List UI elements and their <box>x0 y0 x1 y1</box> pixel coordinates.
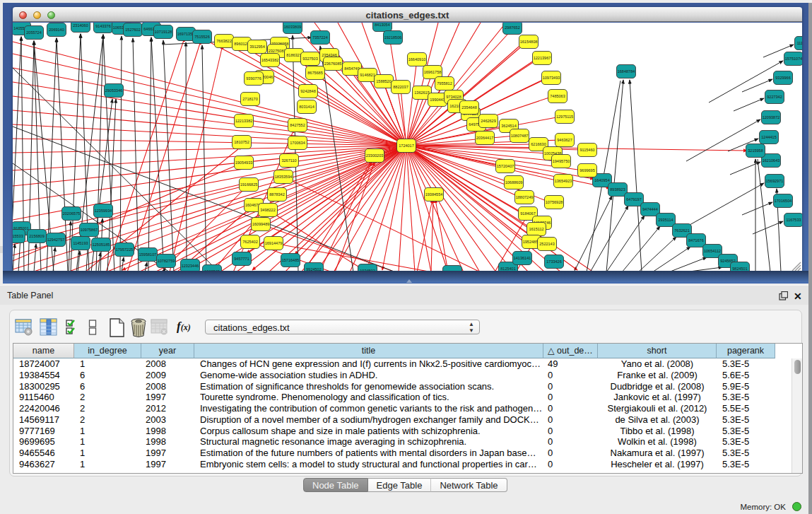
svg-text:7515526: 7515526 <box>194 35 209 39</box>
svg-text:8938923: 8938923 <box>610 187 625 192</box>
svg-text:2069140: 2069140 <box>49 28 64 32</box>
svg-text:10719128: 10719128 <box>155 30 172 34</box>
svg-text:8186323: 8186323 <box>286 53 301 57</box>
svg-text:19166825: 19166825 <box>240 182 258 187</box>
svg-text:7663822: 7663822 <box>216 39 231 43</box>
svg-text:17016504: 17016504 <box>775 199 792 203</box>
svg-text:9242848: 9242848 <box>300 89 315 93</box>
svg-text:1640954: 1640954 <box>594 178 609 182</box>
svg-text:9146821: 9146821 <box>360 73 375 77</box>
svg-text:8454749: 8454749 <box>344 66 359 71</box>
svg-text:10807487: 10807487 <box>511 134 529 138</box>
svg-text:1167533: 1167533 <box>786 218 801 222</box>
svg-text:1362615: 1362615 <box>414 90 429 95</box>
svg-text:8031414: 8031414 <box>299 105 314 109</box>
svg-text:2314060: 2314060 <box>73 23 88 28</box>
svg-text:19054933: 19054933 <box>235 160 253 165</box>
svg-text:1990443: 1990443 <box>430 98 445 102</box>
svg-text:1724017: 1724017 <box>399 144 413 148</box>
svg-text:16914479: 16914479 <box>265 241 283 245</box>
svg-text:8960124: 8960124 <box>234 42 249 46</box>
svg-text:2462629: 2462629 <box>481 119 495 123</box>
svg-text:12359934: 12359934 <box>95 209 112 213</box>
svg-text:2055724: 2055724 <box>26 30 41 35</box>
svg-text:16099489: 16099489 <box>252 222 270 226</box>
svg-text:16961758: 16961758 <box>424 70 442 74</box>
svg-text:9227342: 9227342 <box>767 95 782 99</box>
svg-text:9734028: 9734028 <box>446 95 461 99</box>
svg-text:1700634: 1700634 <box>290 141 305 145</box>
svg-text:7955812: 7955812 <box>437 81 452 86</box>
svg-text:1810752: 1810752 <box>234 140 249 144</box>
svg-text:15751074: 15751074 <box>785 57 802 61</box>
svg-text:15716485: 15716485 <box>282 258 300 262</box>
svg-text:14136141: 14136141 <box>514 256 531 260</box>
svg-text:10654112: 10654112 <box>704 249 721 253</box>
svg-text:16848784: 16848784 <box>618 69 635 74</box>
svg-text:10975867: 10975867 <box>81 228 98 232</box>
svg-text:8878342: 8878342 <box>269 192 284 197</box>
svg-text:18807249: 18807249 <box>516 195 534 199</box>
svg-text:16640910: 16640910 <box>408 57 426 62</box>
svg-text:9390776: 9390776 <box>246 76 261 81</box>
svg-text:10782759: 10782759 <box>158 259 175 263</box>
svg-text:9457771: 9457771 <box>234 257 249 261</box>
svg-text:2522143: 2522143 <box>539 242 554 246</box>
svg-text:1588520: 1588520 <box>376 79 391 83</box>
svg-text:3915533: 3915533 <box>13 234 23 238</box>
svg-text:7632621: 7632621 <box>674 228 689 233</box>
svg-text:12942757: 12942757 <box>47 238 65 242</box>
svg-text:10756928: 10756928 <box>546 200 563 204</box>
svg-text:15720407: 15720407 <box>497 164 514 168</box>
svg-text:23275083: 23275083 <box>269 49 286 53</box>
svg-text:9327503: 9327503 <box>302 57 317 61</box>
svg-text:23300203: 23300203 <box>366 153 384 158</box>
svg-text:1733426: 1733426 <box>546 259 561 264</box>
svg-text:23676085: 23676085 <box>324 62 342 66</box>
svg-text:3267110: 3267110 <box>281 158 296 163</box>
svg-text:6479197: 6479197 <box>626 197 641 201</box>
svg-text:1145193: 1145193 <box>73 241 88 245</box>
svg-text:8675685: 8675685 <box>307 71 322 75</box>
svg-text:1527602: 1527602 <box>125 28 140 32</box>
svg-text:16033809: 16033809 <box>284 25 302 29</box>
svg-text:1112804: 1112804 <box>797 41 802 45</box>
svg-text:7357224: 7357224 <box>312 35 327 40</box>
svg-text:3498222: 3498222 <box>260 208 275 212</box>
svg-text:19495750: 19495750 <box>553 159 570 163</box>
svg-text:12093872: 12093872 <box>763 115 780 119</box>
svg-text:9184067: 9184067 <box>520 211 535 216</box>
svg-text:7485063: 7485063 <box>550 94 565 98</box>
svg-text:6216630: 6216630 <box>531 142 546 146</box>
svg-text:15692971: 15692971 <box>766 179 784 183</box>
svg-text:19218506: 19218506 <box>384 35 402 40</box>
svg-text:13654923: 13654923 <box>555 179 572 183</box>
svg-text:15958107: 15958107 <box>139 252 157 257</box>
svg-text:2156809: 2156809 <box>29 234 44 238</box>
svg-text:12213967: 12213967 <box>534 56 551 60</box>
svg-text:12213382: 12213382 <box>235 119 253 123</box>
svg-text:1244415: 1244415 <box>761 135 776 139</box>
svg-text:9699695: 9699695 <box>579 168 594 173</box>
svg-text:9329966: 9329966 <box>775 76 790 80</box>
svg-text:2987652: 2987652 <box>505 25 519 30</box>
svg-text:19384554: 19384554 <box>425 192 443 197</box>
svg-text:8427552: 8427552 <box>290 123 305 127</box>
svg-text:12975115: 12975115 <box>556 115 573 119</box>
svg-text:20206575: 20206575 <box>63 211 81 216</box>
svg-text:2354648: 2354648 <box>461 105 476 110</box>
svg-text:3912954: 3912954 <box>249 45 264 49</box>
svg-text:9143376: 9143376 <box>95 24 110 28</box>
svg-text:1615112: 1615112 <box>529 227 543 231</box>
svg-text:18353594: 18353594 <box>275 175 293 179</box>
svg-text:8471676: 8471676 <box>688 238 703 243</box>
svg-text:10688609: 10688609 <box>505 180 523 185</box>
svg-text:9463627: 9463627 <box>557 138 572 142</box>
svg-text:9115460: 9115460 <box>579 148 594 152</box>
svg-text:8413054: 8413054 <box>375 23 389 27</box>
svg-text:7625402: 7625402 <box>242 240 257 244</box>
svg-text:10973493: 10973493 <box>543 76 560 80</box>
svg-text:16971358: 16971358 <box>177 32 195 36</box>
svg-text:16543382: 16543382 <box>261 58 279 62</box>
svg-text:29053346: 29053346 <box>105 88 123 93</box>
